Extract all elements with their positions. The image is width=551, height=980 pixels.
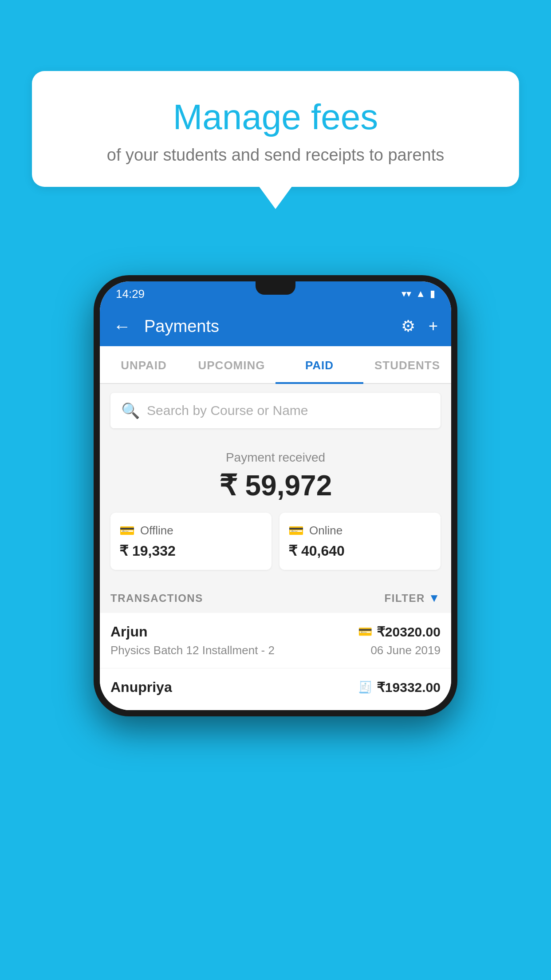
speech-bubble-subtitle: of your students and send receipts to pa… (54, 146, 497, 165)
tab-students[interactable]: STUDENTS (363, 346, 451, 383)
add-icon[interactable]: + (429, 317, 438, 336)
transaction-name: Arjun (110, 624, 148, 640)
transaction-row-top: Arjun 💳 ₹20320.00 (110, 624, 441, 640)
payment-summary: Payment received ₹ 59,972 💳 Offline ₹ 19… (100, 437, 451, 581)
transaction-list: Arjun 💳 ₹20320.00 Physics Batch 12 Insta… (100, 613, 451, 710)
tabs-bar: UNPAID UPCOMING PAID STUDENTS (100, 346, 451, 384)
transactions-header: TRANSACTIONS FILTER ▼ (100, 581, 451, 613)
cash-icon: 💳 (119, 523, 135, 538)
online-amount: ₹ 40,640 (288, 542, 432, 559)
signal-icon: ▲ (416, 288, 425, 300)
search-icon: 🔍 (121, 402, 140, 419)
wifi-icon: ▾▾ (401, 288, 411, 300)
transaction-item[interactable]: Anupriya 🧾 ₹19332.00 (100, 668, 451, 710)
app-bar-title: Payments (144, 317, 392, 336)
search-section: 🔍 Search by Course or Name (100, 384, 451, 437)
transaction-name: Anupriya (110, 679, 172, 695)
transaction-row-bottom: Physics Batch 12 Installment - 2 06 June… (110, 644, 441, 657)
offline-amount: ₹ 19,332 (119, 542, 263, 559)
payment-total-amount: ₹ 59,972 (110, 469, 441, 502)
search-placeholder: Search by Course or Name (147, 403, 308, 418)
payment-received-label: Payment received (110, 450, 441, 465)
online-payment-card: 💳 Online ₹ 40,640 (279, 513, 441, 570)
filter-label: FILTER (385, 592, 425, 605)
speech-bubble: Manage fees of your students and send re… (32, 71, 519, 187)
app-bar: ← Payments ⚙ + (100, 306, 451, 346)
tab-paid[interactable]: PAID (276, 346, 363, 383)
phone-screen: 14:29 ▾▾ ▲ ▮ ← Payments ⚙ + UNPAID (100, 281, 451, 710)
filter-button[interactable]: FILTER ▼ (385, 591, 441, 605)
speech-bubble-title: Manage fees (54, 98, 497, 137)
offline-label: Offline (140, 524, 173, 537)
phone-wrapper: 14:29 ▾▾ ▲ ▮ ← Payments ⚙ + UNPAID (94, 275, 457, 716)
battery-icon: ▮ (430, 288, 435, 300)
status-icons: ▾▾ ▲ ▮ (401, 288, 435, 300)
tab-upcoming[interactable]: UPCOMING (188, 346, 276, 383)
online-card-header: 💳 Online (288, 523, 432, 538)
transaction-amount: ₹19332.00 (377, 680, 441, 695)
payment-cards: 💳 Offline ₹ 19,332 💳 Online ₹ 40,640 (110, 513, 441, 570)
card-icon: 💳 (288, 523, 304, 538)
settings-icon[interactable]: ⚙ (401, 317, 415, 336)
tab-unpaid[interactable]: UNPAID (100, 346, 188, 383)
offline-card-header: 💳 Offline (119, 523, 263, 538)
transaction-amount: ₹20320.00 (377, 624, 441, 640)
search-bar[interactable]: 🔍 Search by Course or Name (110, 393, 441, 428)
transaction-item[interactable]: Arjun 💳 ₹20320.00 Physics Batch 12 Insta… (100, 613, 451, 668)
filter-icon: ▼ (429, 591, 441, 605)
payment-type-icon: 💳 (358, 625, 372, 639)
transaction-date: 06 June 2019 (370, 644, 441, 657)
back-button[interactable]: ← (113, 316, 131, 336)
phone-notch (256, 281, 295, 295)
offline-payment-card: 💳 Offline ₹ 19,332 (110, 513, 272, 570)
transaction-amount-wrap: 💳 ₹20320.00 (358, 624, 441, 640)
status-time: 14:29 (116, 287, 145, 301)
payment-type-icon: 🧾 (358, 680, 372, 694)
app-bar-actions: ⚙ + (401, 317, 438, 336)
online-label: Online (309, 524, 342, 537)
transaction-course: Physics Batch 12 Installment - 2 (110, 644, 275, 657)
transactions-label: TRANSACTIONS (110, 592, 203, 605)
phone-frame: 14:29 ▾▾ ▲ ▮ ← Payments ⚙ + UNPAID (94, 275, 457, 716)
transaction-amount-wrap: 🧾 ₹19332.00 (358, 680, 441, 695)
transaction-row-top: Anupriya 🧾 ₹19332.00 (110, 679, 441, 695)
